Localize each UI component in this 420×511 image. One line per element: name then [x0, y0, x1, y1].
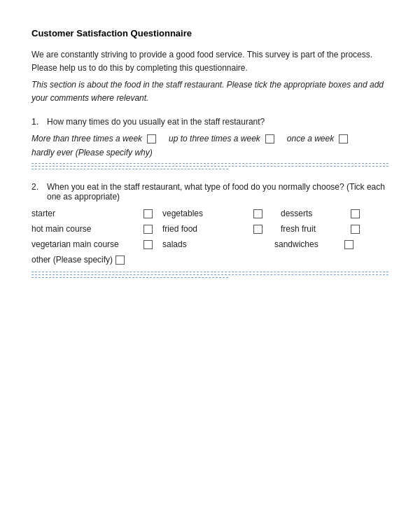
- question-2: 2. When you eat in the staff restaurant,…: [31, 182, 388, 278]
- dashed-line-5: [31, 274, 388, 275]
- page-title: Customer Satisfaction Questionnaire: [31, 28, 388, 38]
- food-fresh-fruit: fresh fruit: [281, 224, 351, 234]
- page: Customer Satisfaction Questionnaire We a…: [0, 0, 420, 511]
- cb-fresh-fruit[interactable]: [351, 225, 360, 234]
- q1-options-row: More than three times a week up to three…: [31, 134, 388, 144]
- cb-hot-main[interactable]: [144, 225, 153, 234]
- intro-line2: Please help us to do this by completing …: [31, 63, 248, 73]
- q2-title: 2. When you eat in the staff restaurant,…: [31, 182, 388, 202]
- food-desserts: desserts: [281, 209, 351, 218]
- food-sandwiches: sandwiches: [274, 239, 344, 249]
- q1-checkbox2[interactable]: [265, 134, 274, 144]
- dashed-line-4: [31, 272, 388, 272]
- dashed-line-1: [31, 163, 388, 164]
- food-other: other (Please specify): [31, 255, 113, 265]
- food-vegetables: vegetables: [162, 209, 253, 218]
- q2-text: When you eat in the staff restaurant, wh…: [47, 182, 388, 202]
- q2-number: 2.: [31, 182, 43, 202]
- food-salads: salads: [162, 239, 253, 249]
- q1-option1-label: More than three times a week: [31, 134, 142, 144]
- q1-specify: hardly ever (Please specify why): [31, 148, 388, 158]
- cb-starter[interactable]: [144, 209, 153, 218]
- q2-lines: [31, 272, 388, 278]
- intro-line1: We are constantly striving to provide a …: [31, 50, 372, 59]
- q1-number: 1.: [31, 117, 43, 127]
- q1-checkbox3[interactable]: [339, 134, 348, 144]
- food-vegetarian: vegetarian main course: [31, 239, 144, 249]
- food-starter: starter: [31, 209, 144, 218]
- other-row: other (Please specify): [31, 255, 388, 265]
- food-fried: fried food: [162, 224, 253, 234]
- q1-option3-label: once a week: [287, 134, 334, 144]
- cb-fried[interactable]: [253, 225, 262, 234]
- q1-title: 1. How many times do you usually eat in …: [31, 117, 388, 127]
- cb-vegetarian[interactable]: [144, 240, 153, 249]
- dashed-line-2: [31, 166, 388, 167]
- dashed-line-6: [31, 277, 228, 278]
- intro-italic: This section is about the food in the st…: [31, 78, 388, 104]
- cb-sandwiches[interactable]: [344, 240, 354, 249]
- question-1: 1. How many times do you usually eat in …: [31, 117, 388, 169]
- q1-text: How many times do you usually eat in the…: [47, 117, 265, 127]
- q1-option2-label: up to three times a week: [169, 134, 260, 144]
- q1-checkbox1[interactable]: [147, 134, 156, 144]
- food-hot-main: hot main course: [31, 224, 144, 234]
- dashed-line-3: [31, 169, 228, 169]
- cb-desserts[interactable]: [351, 209, 360, 218]
- cb-other[interactable]: [115, 255, 125, 265]
- cb-vegetables[interactable]: [253, 209, 262, 218]
- intro-text: We are constantly striving to provide a …: [31, 48, 388, 74]
- q1-lines: [31, 163, 388, 169]
